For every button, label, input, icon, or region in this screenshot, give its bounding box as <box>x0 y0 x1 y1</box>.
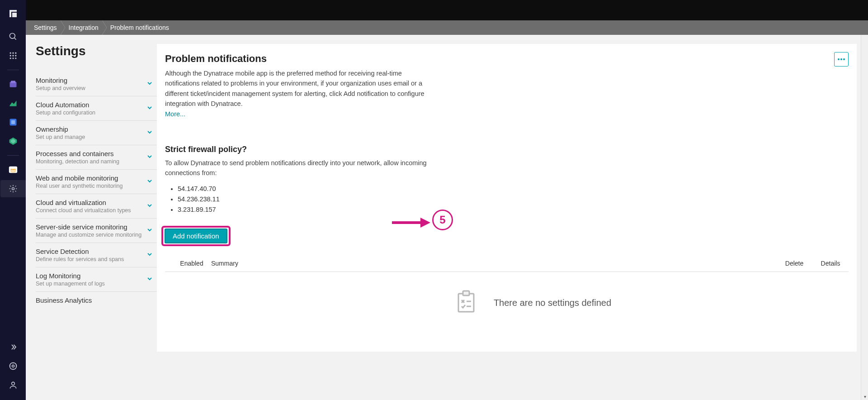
logo-icon[interactable] <box>8 8 19 19</box>
rail-app-icon-4[interactable] <box>8 136 18 146</box>
sidebar-group-sub: Real user and synthetic monitoring <box>36 183 146 189</box>
breadcrumb-integration[interactable]: Integration <box>65 20 102 35</box>
svg-point-2 <box>9 52 11 54</box>
th-delete: Delete <box>776 260 812 267</box>
empty-state: There are no settings defined <box>192 272 868 333</box>
annotation-highlight: Add notification <box>161 226 231 246</box>
sidebar-group-service-detection[interactable]: Service Detection Define rules for servi… <box>36 243 157 267</box>
svg-point-0 <box>9 33 15 39</box>
rail-divider <box>7 155 19 156</box>
expand-icon[interactable] <box>8 342 18 352</box>
sidebar-group-log-monitoring[interactable]: Log Monitoring Set up management of logs <box>36 267 157 292</box>
sidebar-group-title: Log Monitoring <box>36 272 146 280</box>
sidebar-title: Settings <box>36 44 157 58</box>
svg-point-9 <box>12 57 14 59</box>
svg-point-7 <box>15 55 16 56</box>
clipboard-icon <box>457 290 476 315</box>
sidebar-group-ownership[interactable]: Ownership Set up and manage <box>36 121 157 145</box>
rail-divider <box>7 70 19 70</box>
chevron-down-icon <box>146 226 153 235</box>
top-bar <box>26 0 868 20</box>
svg-rect-29 <box>463 291 469 295</box>
content-card: Problem notifications Although the Dynat… <box>157 44 857 352</box>
page-description: Although the Dynatrace mobile app is the… <box>165 68 427 109</box>
workspace: Settings Monitoring Setup and overview C… <box>26 35 868 400</box>
main-panel: Problem notifications Although the Dynat… <box>157 35 868 400</box>
help-icon[interactable] <box>8 361 18 371</box>
sidebar-group-business-analytics[interactable]: Business Analytics <box>36 292 157 310</box>
chevron-down-icon <box>146 275 153 284</box>
more-menu-button[interactable] <box>834 52 849 67</box>
th-summary: Summary <box>206 260 776 267</box>
sidebar-group-cloud-virtualization[interactable]: Cloud and virtualization Connect cloud a… <box>36 194 157 219</box>
chevron-right-icon <box>61 20 65 35</box>
svg-marker-27 <box>420 218 430 228</box>
svg-point-21 <box>12 365 14 367</box>
nav-rail: aws <box>0 0 26 400</box>
empty-state-text: There are no settings defined <box>494 298 611 308</box>
chevron-right-icon <box>102 20 107 35</box>
rail-aws-icon[interactable]: aws <box>8 165 18 175</box>
svg-point-19 <box>12 188 14 190</box>
chevron-down-icon <box>146 80 153 89</box>
svg-text:aws: aws <box>10 168 16 171</box>
sidebar-group-sub: Define rules for services and spans <box>36 256 146 262</box>
search-icon[interactable] <box>8 32 18 42</box>
sidebar-group-server-side[interactable]: Server-side service monitoring Manage an… <box>36 219 157 243</box>
ip-entry: 54.236.238.11 <box>178 194 849 205</box>
sidebar-group-sub: Set up management of logs <box>36 281 146 287</box>
scroll-down-icon[interactable]: ▾ <box>861 393 868 400</box>
firewall-section-title: Strict firewall policy? <box>165 145 849 154</box>
rail-settings-icon[interactable] <box>8 184 18 194</box>
sidebar-group-processes[interactable]: Processes and containers Monitoring, det… <box>36 145 157 170</box>
svg-rect-14 <box>11 120 14 124</box>
svg-point-3 <box>12 52 14 54</box>
user-icon[interactable] <box>8 380 18 390</box>
rail-app-icon-3[interactable] <box>8 117 18 127</box>
sidebar-group-title: Service Detection <box>36 248 146 255</box>
th-details: Details <box>812 260 849 267</box>
sidebar-group-title: Monitoring <box>36 76 146 84</box>
sidebar-group-title: Server-side service monitoring <box>36 223 146 231</box>
add-notification-button[interactable]: Add notification <box>165 229 227 243</box>
svg-rect-28 <box>458 294 474 312</box>
more-link[interactable]: More... <box>165 110 185 118</box>
svg-point-4 <box>15 52 16 54</box>
svg-point-25 <box>843 58 845 60</box>
chevron-down-icon <box>146 104 153 113</box>
rail-app-icon-1[interactable] <box>8 79 18 89</box>
svg-line-1 <box>14 38 16 40</box>
sidebar-group-web-mobile[interactable]: Web and mobile monitoring Real user and … <box>36 170 157 194</box>
scrollbar[interactable]: ▴ ▾ <box>861 0 868 400</box>
page-title: Problem notifications <box>165 53 849 65</box>
ip-list: 54.147.40.70 54.236.238.11 3.231.89.157 <box>178 184 849 215</box>
sidebar-group-sub: Setup and configuration <box>36 110 146 116</box>
th-enabled: Enabled <box>165 260 206 267</box>
annotation-arrow-icon <box>390 216 430 229</box>
chevron-down-icon <box>146 153 153 162</box>
ip-entry: 54.147.40.70 <box>178 184 849 194</box>
sidebar-group-sub: Set up and manage <box>36 134 146 140</box>
chevron-down-icon <box>146 202 153 211</box>
svg-point-5 <box>9 55 11 56</box>
chevron-down-icon <box>146 129 153 138</box>
apps-grid-icon[interactable] <box>8 51 18 61</box>
rail-app-icon-2[interactable] <box>8 98 18 108</box>
firewall-section-desc: To allow Dynatrace to send problem notif… <box>165 158 436 178</box>
ip-entry: 3.231.89.157 <box>178 205 849 215</box>
sidebar-group-sub: Setup and overview <box>36 85 146 91</box>
breadcrumb-current: Problem notifications <box>107 20 173 35</box>
breadcrumb-settings[interactable]: Settings <box>30 20 61 35</box>
sidebar-group-monitoring[interactable]: Monitoring Setup and overview <box>36 72 157 96</box>
svg-point-8 <box>9 57 11 59</box>
sidebar-group-cloud-automation[interactable]: Cloud Automation Setup and configuration <box>36 96 157 121</box>
svg-point-24 <box>840 58 842 60</box>
chevron-down-icon <box>146 251 153 260</box>
sidebar-group-title: Web and mobile monitoring <box>36 174 146 182</box>
breadcrumb: Settings Integration Problem notificatio… <box>26 20 868 35</box>
sidebar-group-title: Cloud Automation <box>36 101 146 109</box>
settings-sidebar: Settings Monitoring Setup and overview C… <box>26 35 157 400</box>
svg-point-23 <box>838 58 840 60</box>
svg-point-20 <box>9 363 16 370</box>
svg-point-22 <box>11 382 14 385</box>
